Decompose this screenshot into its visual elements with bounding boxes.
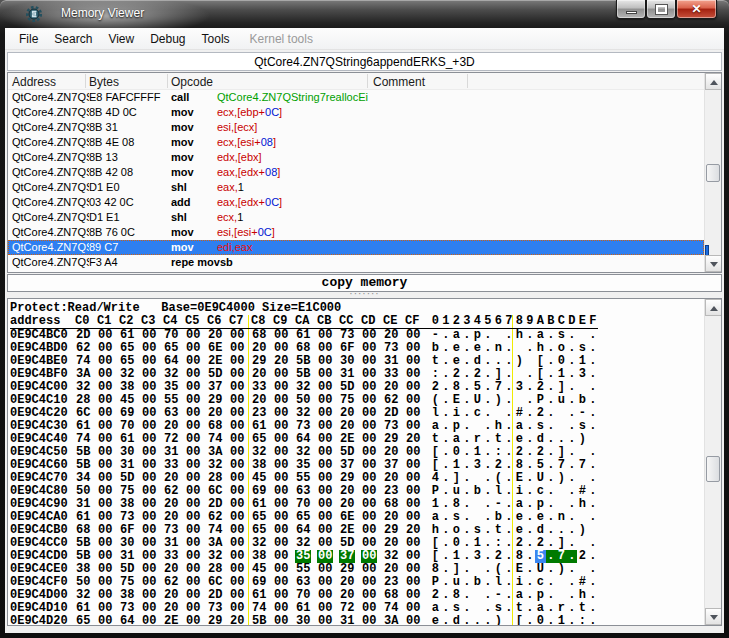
disasm-address: QtCore4.ZN7QS <box>12 165 89 180</box>
ascii-column-header: C <box>556 315 567 328</box>
hex-byte-cell[interactable]: 2E <box>163 615 185 626</box>
ascii-char-cell[interactable]: . <box>525 615 536 626</box>
hex-byte-value: 29 <box>207 615 223 626</box>
disasm-operand: esi,[esi+0C] <box>217 225 275 240</box>
ascii-char-cell[interactable]: [ <box>514 615 525 626</box>
hex-byte-cell[interactable]: 3A <box>383 615 405 626</box>
scroll-down-button[interactable] <box>705 255 722 272</box>
column-separator[interactable] <box>85 74 86 88</box>
ascii-char-cell[interactable]: d <box>451 615 462 626</box>
hex-column-header: C5 <box>185 315 207 328</box>
hex-byte-cell[interactable]: 31 <box>339 615 361 626</box>
arrow-down-icon <box>710 262 718 267</box>
disasm-row[interactable]: QtCore4.ZN7QS8B 13movedx,[ebx] <box>8 270 704 272</box>
disasm-operand: eax,[edx+0C] <box>217 195 282 210</box>
operand-segment: esi,[ecx] <box>217 121 257 133</box>
hex-byte-cell[interactable]: 00 <box>317 615 339 626</box>
menu-debug[interactable]: Debug <box>142 29 193 49</box>
hex-column-header: C4 <box>163 315 185 328</box>
disasm-row[interactable]: QtCore4.ZN7QS8B 13movedx,[ebx] <box>8 150 704 165</box>
ascii-column-header: 2 <box>451 315 462 328</box>
hex-byte-cell[interactable]: 00 <box>361 615 383 626</box>
disasm-row[interactable]: QtCore4.ZN7QS8B 4E 08movecx,[esi+08] <box>8 135 704 150</box>
ascii-char-cell[interactable]: . <box>472 615 483 626</box>
column-separator[interactable] <box>167 74 168 88</box>
menu-file[interactable]: File <box>11 29 46 49</box>
ascii-char-cell[interactable] <box>504 615 515 626</box>
hex-byte-value: 00 <box>97 615 113 626</box>
ascii-column-header: 8 <box>514 315 525 328</box>
ascii-char-cell[interactable]: . <box>483 615 494 626</box>
hex-row: 0E9C4C3061007000200068006100730020007300… <box>10 420 703 433</box>
hexview-scrollbar[interactable] <box>704 299 721 625</box>
disasm-row[interactable]: QtCore4.ZN7QSD1 E0shleax,1 <box>8 180 704 195</box>
scroll-up-button[interactable] <box>705 73 722 90</box>
hex-byte-cell[interactable]: 30 <box>295 615 317 626</box>
ascii-char-cell[interactable]: . <box>567 615 578 626</box>
hex-byte-cell[interactable]: 00 <box>185 615 207 626</box>
menu-view[interactable]: View <box>100 29 142 49</box>
hex-byte-cell[interactable]: 65 <box>75 615 97 626</box>
minimize-button[interactable] <box>616 0 646 19</box>
disasm-row[interactable]: QtCore4.ZN7QS8B 76 0Cmovesi,[esi+0C] <box>8 225 704 240</box>
disasm-row[interactable]: QtCore4.ZN7QS89 C7movedi,eax <box>8 240 704 255</box>
ascii-char-cell[interactable]: ) <box>493 615 504 626</box>
menu-search[interactable]: Search <box>46 29 100 49</box>
cheat-engine-app-icon <box>26 6 42 22</box>
disasm-row[interactable]: QtCore4.ZN7QS8B 42 08moveax,[edx+08] <box>8 165 704 180</box>
hex-byte-cell[interactable]: 00 <box>141 615 163 626</box>
column-header-address[interactable]: Address <box>12 75 56 89</box>
titlebar-glow <box>0 0 320 28</box>
column-header-comment[interactable]: Comment <box>373 75 425 89</box>
hex-byte-cell[interactable]: 64 <box>119 615 141 626</box>
ascii-char-cell[interactable]: . <box>588 615 599 626</box>
ascii-char-cell[interactable]: . <box>441 615 452 626</box>
disasm-opcode: mov <box>171 270 194 272</box>
ascii-char-cell[interactable]: : <box>577 615 588 626</box>
ascii-column-header: 1 <box>441 315 452 328</box>
operand-segment: 0C <box>258 226 272 238</box>
hex-column-header: C0 <box>75 315 97 328</box>
operand-segment: eax,[edx+ <box>217 166 265 178</box>
scrollbar-thumb[interactable] <box>706 164 720 182</box>
column-header-opcode[interactable]: Opcode <box>171 75 213 89</box>
disasm-row[interactable]: QtCore4.ZN7QS8B 31movesi,[ecx] <box>8 120 704 135</box>
close-button[interactable]: ✕ <box>676 0 717 19</box>
ascii-char-cell[interactable]: . <box>462 615 473 626</box>
scroll-up-button[interactable] <box>705 299 722 316</box>
hex-byte-cell[interactable]: 00 <box>273 615 295 626</box>
hex-row: 0E9C4CB068006F0073007400650064002E002920… <box>10 524 703 537</box>
client-area: File Search View Debug Tools Kernel tool… <box>5 28 724 633</box>
hex-byte-cell[interactable]: 00 <box>405 615 427 626</box>
scroll-down-button[interactable] <box>705 608 722 625</box>
hex-byte-cell[interactable]: 29 <box>207 615 229 626</box>
ascii-char-cell[interactable]: 0 <box>535 615 546 626</box>
ascii-char-cell[interactable]: 1 <box>556 615 567 626</box>
menu-kernel-tools: Kernel tools <box>238 29 321 49</box>
disasm-bytes: 8B 42 08 <box>89 165 133 180</box>
operand-segment: ] <box>279 106 282 118</box>
scrollbar-thumb[interactable] <box>706 456 720 482</box>
disasm-row[interactable]: QtCore4.ZN7QSD1 E1shlecx,1 <box>8 210 704 225</box>
maximize-button[interactable] <box>646 0 676 19</box>
column-separator[interactable] <box>467 74 468 88</box>
hex-byte-cell[interactable]: 20 <box>229 615 251 626</box>
hex-byte-cell[interactable]: 00 <box>97 615 119 626</box>
disasm-row[interactable]: QtCore4.ZN7QSF3 A4repe movsb <box>8 255 704 270</box>
title-bar[interactable]: Memory Viewer ✕ <box>0 0 729 28</box>
hex-byte-cell[interactable]: 5B <box>251 615 273 626</box>
disasm-row[interactable]: QtCore4.ZN7QS8B 4D 0Cmovecx,[ebp+0C] <box>8 105 704 120</box>
disasm-row[interactable]: QtCore4.ZN7QS03 42 0Caddeax,[edx+0C] <box>8 195 704 210</box>
column-header-bytes[interactable]: Bytes <box>89 75 119 89</box>
ascii-column-header: 0 <box>430 315 441 328</box>
menu-tools[interactable]: Tools <box>194 29 238 49</box>
disasm-bytes: 8B 76 0C <box>89 225 135 240</box>
column-separator[interactable] <box>367 74 368 88</box>
operand-segment: edi,eax <box>217 241 252 253</box>
disassembly-scrollbar[interactable] <box>704 73 721 272</box>
ascii-char-cell[interactable]: . <box>546 615 557 626</box>
operand-segment: edx,[ebx] <box>217 271 262 272</box>
disasm-row[interactable]: QtCore4.ZN7QSE8 FAFCFFFFcallQtCore4.ZN7Q… <box>8 90 704 105</box>
ascii-char-cell[interactable]: e <box>430 615 441 626</box>
operand-segment: ecx, <box>217 211 237 223</box>
